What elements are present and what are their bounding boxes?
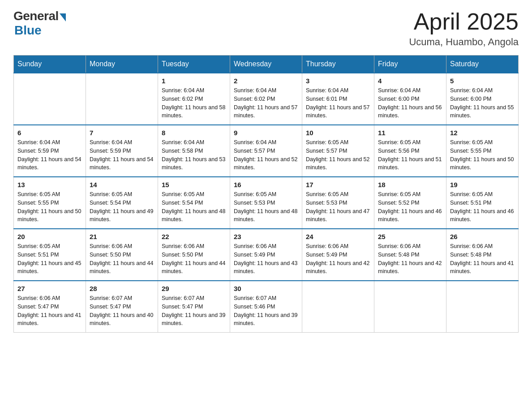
day-info: Sunrise: 6:06 AMSunset: 5:50 PMDaylight:… (162, 242, 226, 276)
calendar-cell: 18Sunrise: 6:05 AMSunset: 5:52 PMDayligh… (374, 177, 446, 229)
day-number: 24 (306, 233, 370, 240)
day-info: Sunrise: 6:05 AMSunset: 5:56 PMDaylight:… (378, 138, 442, 172)
day-info: Sunrise: 6:04 AMSunset: 6:00 PMDaylight:… (450, 86, 515, 120)
day-info: Sunrise: 6:04 AMSunset: 6:02 PMDaylight:… (162, 86, 226, 120)
day-number: 2 (234, 77, 298, 85)
day-number: 27 (17, 285, 82, 292)
calendar-cell: 15Sunrise: 6:05 AMSunset: 5:54 PMDayligh… (158, 177, 230, 229)
day-info: Sunrise: 6:05 AMSunset: 5:55 PMDaylight:… (450, 138, 515, 172)
logo-arrow-icon (60, 13, 66, 21)
calendar-cell: 21Sunrise: 6:06 AMSunset: 5:50 PMDayligh… (86, 229, 158, 281)
day-number: 8 (162, 129, 226, 137)
day-info: Sunrise: 6:05 AMSunset: 5:55 PMDaylight:… (17, 190, 82, 224)
day-info: Sunrise: 6:06 AMSunset: 5:49 PMDaylight:… (306, 242, 370, 276)
header-tuesday: Tuesday (158, 56, 230, 73)
day-number: 19 (450, 181, 515, 188)
calendar-cell: 7Sunrise: 6:04 AMSunset: 5:59 PMDaylight… (86, 125, 158, 177)
day-number: 20 (17, 233, 82, 240)
day-number: 28 (90, 285, 154, 292)
day-info: Sunrise: 6:06 AMSunset: 5:49 PMDaylight:… (234, 242, 298, 276)
calendar-cell: 24Sunrise: 6:06 AMSunset: 5:49 PMDayligh… (302, 229, 374, 281)
day-number: 26 (450, 233, 515, 240)
day-info: Sunrise: 6:05 AMSunset: 5:53 PMDaylight:… (306, 190, 370, 224)
days-of-week-row: SundayMondayTuesdayWednesdayThursdayFrid… (14, 56, 519, 73)
calendar-cell: 1Sunrise: 6:04 AMSunset: 6:02 PMDaylight… (158, 73, 230, 125)
calendar-cell: 23Sunrise: 6:06 AMSunset: 5:49 PMDayligh… (230, 229, 302, 281)
day-number: 3 (306, 77, 370, 85)
day-info: Sunrise: 6:04 AMSunset: 6:01 PMDaylight:… (306, 86, 370, 120)
calendar-cell: 11Sunrise: 6:05 AMSunset: 5:56 PMDayligh… (374, 125, 446, 177)
calendar-body: 1Sunrise: 6:04 AMSunset: 6:02 PMDaylight… (14, 73, 519, 333)
day-number: 18 (378, 181, 442, 188)
logo-blue-text: Blue (14, 23, 42, 38)
calendar-cell: 9Sunrise: 6:04 AMSunset: 5:57 PMDaylight… (230, 125, 302, 177)
calendar-cell (374, 281, 446, 333)
logo-general-text: General (13, 9, 59, 23)
calendar-cell: 4Sunrise: 6:04 AMSunset: 6:00 PMDaylight… (374, 73, 446, 125)
day-number: 22 (162, 233, 226, 240)
calendar-cell (14, 73, 86, 125)
day-number: 5 (450, 77, 515, 85)
header-monday: Monday (86, 56, 158, 73)
day-info: Sunrise: 6:04 AMSunset: 5:59 PMDaylight:… (17, 138, 82, 172)
week-row-5: 27Sunrise: 6:06 AMSunset: 5:47 PMDayligh… (14, 281, 519, 333)
calendar-cell: 2Sunrise: 6:04 AMSunset: 6:02 PMDaylight… (230, 73, 302, 125)
calendar-cell: 6Sunrise: 6:04 AMSunset: 5:59 PMDaylight… (14, 125, 86, 177)
calendar-cell: 30Sunrise: 6:07 AMSunset: 5:46 PMDayligh… (230, 281, 302, 333)
calendar-cell (86, 73, 158, 125)
page-header: General Blue April 2025 Ucuma, Huambo, A… (13, 9, 519, 48)
day-info: Sunrise: 6:05 AMSunset: 5:52 PMDaylight:… (378, 190, 442, 224)
calendar-cell: 26Sunrise: 6:06 AMSunset: 5:48 PMDayligh… (446, 229, 519, 281)
day-number: 10 (306, 129, 370, 137)
calendar-cell (446, 281, 519, 333)
day-number: 23 (234, 233, 298, 240)
calendar-cell: 28Sunrise: 6:07 AMSunset: 5:47 PMDayligh… (86, 281, 158, 333)
week-row-1: 1Sunrise: 6:04 AMSunset: 6:02 PMDaylight… (14, 73, 519, 125)
day-number: 6 (17, 129, 82, 137)
calendar-cell: 10Sunrise: 6:05 AMSunset: 5:57 PMDayligh… (302, 125, 374, 177)
day-number: 21 (90, 233, 154, 240)
day-info: Sunrise: 6:05 AMSunset: 5:53 PMDaylight:… (234, 190, 298, 224)
day-number: 13 (17, 181, 82, 188)
day-info: Sunrise: 6:06 AMSunset: 5:47 PMDaylight:… (17, 294, 82, 328)
week-row-2: 6Sunrise: 6:04 AMSunset: 5:59 PMDaylight… (14, 125, 519, 177)
calendar-cell (302, 281, 374, 333)
day-info: Sunrise: 6:05 AMSunset: 5:54 PMDaylight:… (162, 190, 226, 224)
day-info: Sunrise: 6:04 AMSunset: 6:02 PMDaylight:… (234, 86, 298, 120)
day-number: 29 (162, 285, 226, 292)
calendar-cell: 14Sunrise: 6:05 AMSunset: 5:54 PMDayligh… (86, 177, 158, 229)
day-info: Sunrise: 6:04 AMSunset: 5:58 PMDaylight:… (162, 138, 226, 172)
day-number: 1 (162, 77, 226, 85)
calendar-cell: 12Sunrise: 6:05 AMSunset: 5:55 PMDayligh… (446, 125, 519, 177)
calendar-cell: 20Sunrise: 6:05 AMSunset: 5:51 PMDayligh… (14, 229, 86, 281)
day-info: Sunrise: 6:05 AMSunset: 5:57 PMDaylight:… (306, 138, 370, 172)
calendar-cell: 13Sunrise: 6:05 AMSunset: 5:55 PMDayligh… (14, 177, 86, 229)
week-row-3: 13Sunrise: 6:05 AMSunset: 5:55 PMDayligh… (14, 177, 519, 229)
calendar-cell: 8Sunrise: 6:04 AMSunset: 5:58 PMDaylight… (158, 125, 230, 177)
day-info: Sunrise: 6:05 AMSunset: 5:54 PMDaylight:… (90, 190, 154, 224)
location-title: Ucuma, Huambo, Angola (409, 36, 519, 48)
header-saturday: Saturday (446, 56, 519, 73)
day-number: 4 (378, 77, 442, 85)
header-wednesday: Wednesday (230, 56, 302, 73)
calendar-table: SundayMondayTuesdayWednesdayThursdayFrid… (13, 55, 519, 333)
day-number: 15 (162, 181, 226, 188)
calendar-cell: 27Sunrise: 6:06 AMSunset: 5:47 PMDayligh… (14, 281, 86, 333)
title-section: April 2025 Ucuma, Huambo, Angola (409, 9, 519, 48)
week-row-4: 20Sunrise: 6:05 AMSunset: 5:51 PMDayligh… (14, 229, 519, 281)
day-number: 7 (90, 129, 154, 137)
day-number: 16 (234, 181, 298, 188)
day-info: Sunrise: 6:06 AMSunset: 5:48 PMDaylight:… (378, 242, 442, 276)
calendar-cell: 19Sunrise: 6:05 AMSunset: 5:51 PMDayligh… (446, 177, 519, 229)
day-info: Sunrise: 6:06 AMSunset: 5:48 PMDaylight:… (450, 242, 515, 276)
day-info: Sunrise: 6:04 AMSunset: 5:59 PMDaylight:… (90, 138, 154, 172)
day-number: 9 (234, 129, 298, 137)
calendar-cell: 29Sunrise: 6:07 AMSunset: 5:47 PMDayligh… (158, 281, 230, 333)
header-thursday: Thursday (302, 56, 374, 73)
calendar-header: SundayMondayTuesdayWednesdayThursdayFrid… (14, 56, 519, 73)
logo: General Blue (13, 9, 66, 38)
calendar-cell: 3Sunrise: 6:04 AMSunset: 6:01 PMDaylight… (302, 73, 374, 125)
day-info: Sunrise: 6:05 AMSunset: 5:51 PMDaylight:… (17, 242, 82, 276)
day-info: Sunrise: 6:07 AMSunset: 5:47 PMDaylight:… (162, 294, 226, 328)
calendar-cell: 25Sunrise: 6:06 AMSunset: 5:48 PMDayligh… (374, 229, 446, 281)
